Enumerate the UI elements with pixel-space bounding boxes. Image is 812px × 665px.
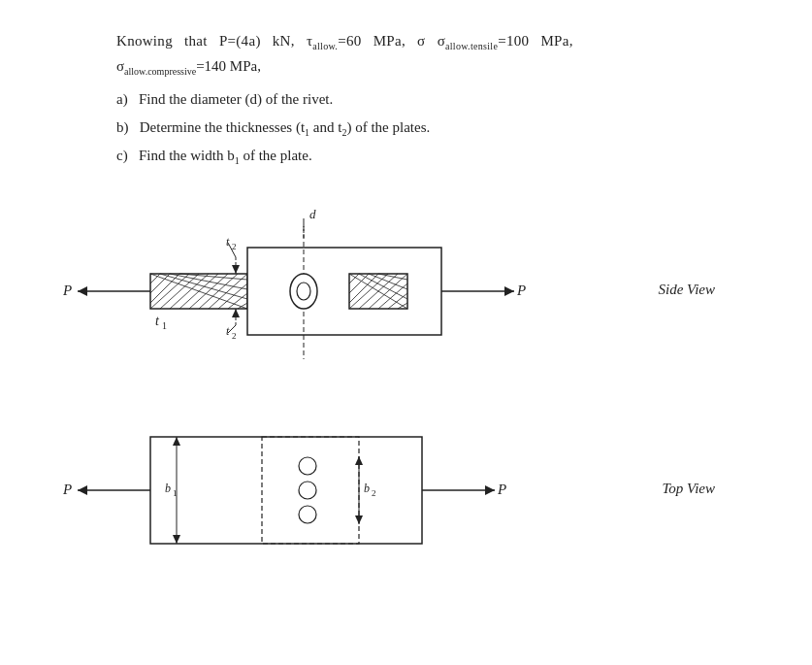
top-view-container: P b 1 b 2 [39, 403, 773, 582]
header-line1: Knowing that P=(4a) kN, τallow.=60 MPa, … [116, 29, 773, 54]
svg-line-18 [209, 274, 247, 309]
svg-text:t: t [226, 235, 230, 249]
svg-text:d: d [309, 207, 316, 221]
svg-rect-34 [247, 248, 441, 335]
svg-line-15 [179, 274, 218, 309]
svg-text:2: 2 [232, 242, 237, 251]
side-view-svg: P [58, 189, 660, 393]
svg-text:t: t [155, 314, 160, 328]
svg-text:P: P [516, 283, 526, 298]
svg-marker-31 [232, 309, 240, 317]
svg-marker-26 [232, 265, 240, 274]
page: Knowing that P=(4a) kN, τallow.=60 MPa, … [0, 0, 812, 612]
svg-text:2: 2 [372, 488, 376, 498]
diagrams: P [39, 189, 773, 582]
list-item-b: b) Determine the thicknesses (t1 and t2)… [116, 114, 773, 142]
svg-marker-55 [504, 286, 514, 296]
top-view-svg: P b 1 b 2 [58, 403, 660, 582]
svg-line-14 [170, 274, 209, 309]
top-view-label: Top View [662, 481, 715, 497]
svg-text:1: 1 [173, 488, 178, 498]
list-item-a: a) Find the diameter (d) of the rivet. [116, 85, 773, 114]
svg-line-20 [228, 293, 247, 309]
svg-text:b: b [165, 482, 171, 495]
svg-text:P: P [62, 482, 72, 497]
header-line2: σallow.compressive=140 MPa, [116, 54, 773, 80]
svg-text:1: 1 [162, 320, 167, 331]
svg-line-12 [150, 274, 189, 309]
svg-point-51 [297, 283, 310, 300]
svg-rect-60 [150, 437, 422, 544]
svg-text:b: b [364, 482, 370, 495]
side-view-container: P [39, 189, 773, 393]
list-items: a) Find the diameter (d) of the rivet. b… [116, 85, 773, 170]
svg-marker-1 [78, 286, 87, 296]
svg-line-10 [150, 274, 170, 293]
svg-text:P: P [62, 283, 72, 298]
list-item-c: c) Find the width b1 of the plate. [116, 142, 773, 170]
problem-header: Knowing that P=(4a) kN, τallow.=60 MPa, … [116, 29, 773, 80]
svg-text:P: P [497, 482, 506, 497]
side-view-label: Side View [659, 282, 715, 298]
svg-marker-76 [485, 485, 495, 495]
svg-marker-58 [78, 485, 87, 495]
svg-text:2: 2 [232, 331, 237, 341]
